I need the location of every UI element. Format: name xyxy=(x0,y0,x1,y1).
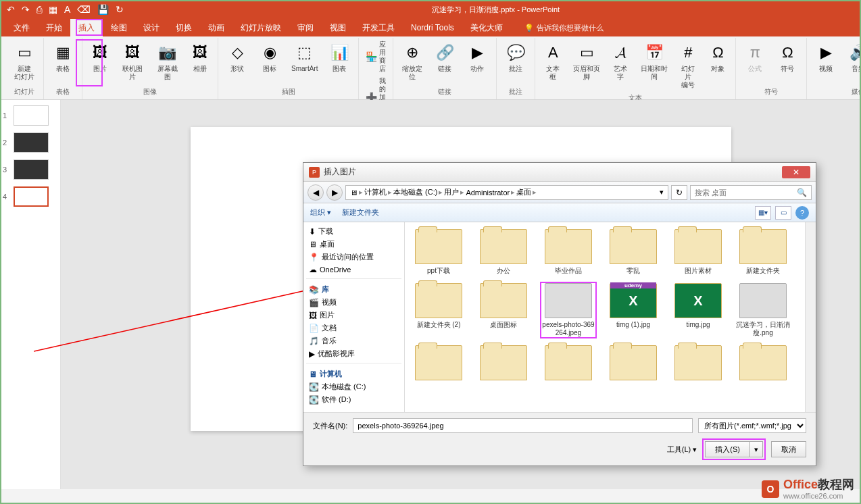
file-item[interactable] xyxy=(540,344,597,382)
help-button[interactable]: ? xyxy=(795,206,809,220)
refresh-icon[interactable]: ↻ xyxy=(116,4,124,15)
new-folder-button[interactable]: 新建文件夹 xyxy=(342,207,379,218)
undo-icon[interactable]: ↶ xyxy=(7,4,15,15)
file-item[interactable] xyxy=(670,344,727,382)
ribbon-button[interactable]: 💬批注 xyxy=(501,39,531,76)
tree-item[interactable]: 💽本地磁盘 (C:) xyxy=(306,380,401,393)
tree-item[interactable]: ⬇下载 xyxy=(306,225,401,238)
breadcrumb[interactable]: 🖥 ▸计算机 ▸本地磁盘 (C:) ▸用户 ▸Administrator ▸桌面… xyxy=(345,185,668,200)
insert-button[interactable]: 插入(S) xyxy=(705,441,749,457)
tools-menu[interactable]: 工具(L) ▾ xyxy=(667,445,697,455)
filename-input[interactable] xyxy=(353,418,693,433)
file-item[interactable]: 新建文件夹 (2) xyxy=(410,282,467,338)
insert-dropdown-button[interactable]: ▾ xyxy=(749,441,763,457)
ribbon-button[interactable]: ◉图标 xyxy=(255,39,285,76)
tree-header[interactable]: 🖥计算机 xyxy=(306,368,401,380)
file-item[interactable]: pexels-photo-369264.jpeg xyxy=(540,282,597,338)
ribbon-button[interactable]: ▭页眉和页脚 xyxy=(569,39,604,84)
file-item[interactable]: 办公 xyxy=(475,228,532,276)
view-mode-button[interactable]: ▦▾ xyxy=(755,206,771,220)
tree-item[interactable]: ▶优酷影视库 xyxy=(306,347,401,360)
ribbon-button[interactable]: 📅日期和时间 xyxy=(637,39,672,84)
tree-item[interactable]: 🎵音乐 xyxy=(306,334,401,347)
scrollbar[interactable] xyxy=(805,222,816,412)
ribbon-button[interactable]: ⬚SmartArt xyxy=(287,39,322,76)
ribbon-button[interactable]: 🔗链接 xyxy=(430,39,460,76)
ribbon-button[interactable]: Ω对象 xyxy=(704,39,731,76)
ribbon-button[interactable]: ◇形状 xyxy=(222,39,252,76)
ribbon-button[interactable]: ▦表格 xyxy=(48,39,78,76)
file-item[interactable]: ppt下载 xyxy=(410,228,467,276)
tab-insert[interactable]: 插入 xyxy=(70,19,103,37)
close-button[interactable]: ✕ xyxy=(782,166,810,178)
ribbon-button[interactable]: 🖼图片 xyxy=(87,39,114,76)
ribbon-button[interactable]: #幻灯片编号 xyxy=(674,39,702,92)
qat-icon[interactable]: A xyxy=(64,4,70,15)
ribbon-button[interactable]: 📊图表 xyxy=(324,39,354,76)
ribbon-button[interactable]: 🏪应用商店 xyxy=(363,39,389,74)
tab-file[interactable]: 文件 xyxy=(5,19,38,37)
search-input[interactable] xyxy=(695,188,797,197)
tab-draw[interactable]: 绘图 xyxy=(103,19,135,37)
ribbon-button[interactable]: 𝓐艺术字 xyxy=(607,39,634,84)
file-item[interactable]: Xudemytimg (1).jpg xyxy=(605,282,662,338)
ribbon-button[interactable]: 📷屏幕截图 xyxy=(151,39,184,84)
tab-home[interactable]: 开始 xyxy=(38,19,70,37)
file-item[interactable]: Xtimg.jpg xyxy=(670,282,727,338)
tree-item[interactable]: 🖼图片 xyxy=(306,309,401,322)
tab-developer[interactable]: 开发工具 xyxy=(354,19,403,37)
file-item[interactable]: 沉迷学习，日渐消瘦.png xyxy=(735,282,791,338)
forward-button[interactable]: ▶ xyxy=(326,184,343,201)
file-item[interactable] xyxy=(475,344,532,382)
file-item[interactable] xyxy=(605,344,662,382)
file-filter-select[interactable]: 所有图片(*.emf;*.wmf;*.jpg;*.jp xyxy=(698,418,806,433)
file-item[interactable]: 桌面图标 xyxy=(475,282,532,338)
tab-view[interactable]: 视图 xyxy=(322,19,354,37)
tree-item[interactable]: 📍最近访问的位置 xyxy=(306,251,401,263)
ribbon-button[interactable]: A文本框 xyxy=(539,39,566,84)
ribbon-button[interactable]: ▭新建幻灯片 xyxy=(9,39,39,84)
ribbon-button[interactable]: ▶动作 xyxy=(462,39,492,76)
ribbon-button[interactable]: 🔊音频 xyxy=(843,39,861,76)
back-button[interactable]: ◀ xyxy=(308,184,324,201)
slide-thumbnail[interactable]: 3 xyxy=(3,159,57,180)
file-item[interactable]: 图片素材 xyxy=(670,228,727,276)
refresh-button[interactable]: ↻ xyxy=(671,185,687,200)
preview-pane-button[interactable]: ▭ xyxy=(775,206,791,220)
slide-thumbnail[interactable]: 2 xyxy=(3,132,57,153)
file-item[interactable]: 新建文件夹 xyxy=(735,228,791,276)
file-item[interactable]: 毕业作品 xyxy=(540,228,597,276)
tree-item[interactable]: 📄文档 xyxy=(306,322,401,334)
tree-item[interactable]: 💽软件 (D:) xyxy=(306,393,401,406)
ribbon-button[interactable]: 🖼相册 xyxy=(187,39,214,76)
ribbon-button[interactable]: 🖼联机图片 xyxy=(116,39,149,84)
file-item[interactable]: 零乱 xyxy=(605,228,662,276)
ribbon-button[interactable]: ▶视频 xyxy=(811,39,841,76)
tab-design[interactable]: 设计 xyxy=(135,19,168,37)
tab-slideshow[interactable]: 幻灯片放映 xyxy=(232,19,289,37)
search-icon[interactable]: 🔍 xyxy=(797,188,807,197)
tree-item[interactable]: 🖥桌面 xyxy=(306,238,401,251)
ribbon-button[interactable]: π公式 xyxy=(740,39,770,76)
tab-beautify[interactable]: 美化大师 xyxy=(462,19,511,37)
file-item[interactable] xyxy=(735,344,791,382)
search-box[interactable]: 🔍 xyxy=(690,185,812,200)
grid-icon[interactable]: ▦ xyxy=(49,4,57,15)
slide-thumbnail[interactable]: 4 xyxy=(3,186,57,207)
file-item[interactable] xyxy=(410,344,467,382)
qat-icon[interactable]: ⌫ xyxy=(77,4,91,15)
print-icon[interactable]: ⎙ xyxy=(36,4,42,15)
ribbon-button[interactable]: ⊕缩放定位 xyxy=(397,39,427,84)
tree-item[interactable]: ☁OneDrive xyxy=(306,263,401,276)
tab-transitions[interactable]: 切换 xyxy=(168,19,200,37)
tab-animations[interactable]: 动画 xyxy=(200,19,232,37)
ribbon-button[interactable]: Ω符号 xyxy=(772,39,802,76)
tab-review[interactable]: 审阅 xyxy=(289,19,322,37)
save-icon[interactable]: 💾 xyxy=(97,4,109,15)
tree-item[interactable]: 🎬视频 xyxy=(306,296,401,309)
cancel-button[interactable]: 取消 xyxy=(771,441,806,457)
organize-menu[interactable]: 组织 ▾ xyxy=(310,207,331,218)
tree-header[interactable]: 📚库 xyxy=(306,283,401,296)
slide-thumbnail[interactable]: 1 xyxy=(3,105,57,126)
tell-me-search[interactable]: 💡告诉我你想要做什么 xyxy=(524,23,604,33)
